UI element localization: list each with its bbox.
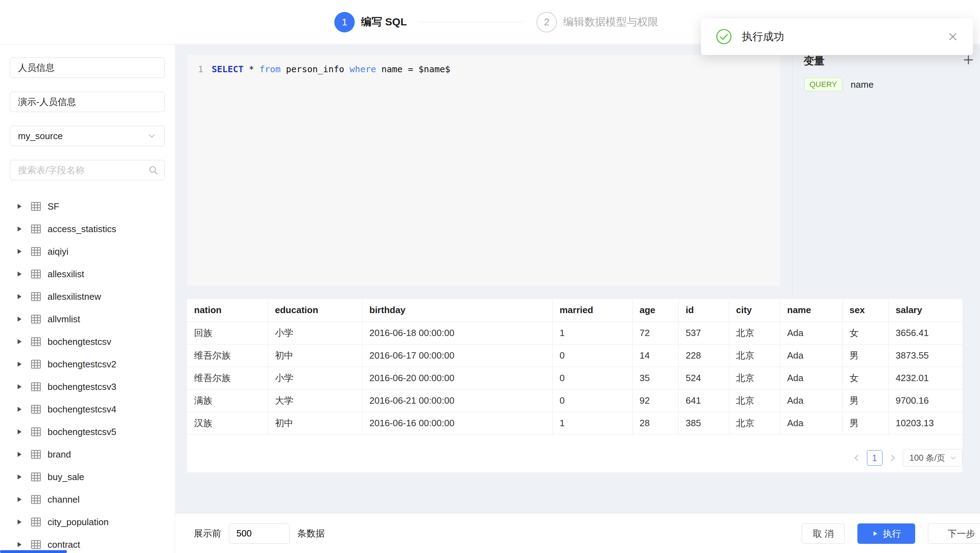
table-cell: 北京 — [729, 389, 780, 412]
next-step-button[interactable]: 下一步 — [928, 523, 980, 544]
table-icon — [30, 539, 42, 551]
column-header: city — [729, 299, 780, 322]
table-cell: 524 — [678, 367, 729, 389]
table-row: 维吾尔族 初中 2016-06-17 00:00:00 0 14 228 北京 … — [187, 344, 963, 367]
row-limit-input[interactable] — [229, 523, 290, 544]
caret-right-icon[interactable] — [18, 249, 21, 254]
table-name: city_population — [48, 517, 108, 528]
table-cell: 小学 — [268, 367, 362, 389]
table-cell: 0 — [552, 367, 632, 389]
table-icon — [30, 246, 42, 257]
footer-bar: 展示前 条数据 取 消 执行 下一步 — [175, 513, 980, 553]
close-icon[interactable] — [948, 31, 958, 42]
caret-right-icon[interactable] — [18, 272, 21, 276]
caret-right-icon[interactable] — [18, 362, 21, 367]
prev-page-icon[interactable] — [852, 453, 861, 462]
caret-right-icon[interactable] — [18, 294, 21, 299]
table-cell: 28 — [632, 412, 678, 434]
results-panel: nation education birthday married age id… — [187, 299, 963, 472]
table-icon — [30, 516, 42, 528]
datasource-select-value: my_source — [18, 131, 63, 141]
results-table: nation education birthday married age id… — [187, 299, 963, 435]
table-cell: 0 — [552, 344, 632, 367]
caret-right-icon[interactable] — [18, 497, 21, 502]
dataset-name-input[interactable] — [10, 57, 165, 78]
table-list-item[interactable]: access_statistics — [10, 218, 165, 240]
execute-button[interactable]: 执行 — [858, 523, 915, 544]
step-write-sql[interactable]: 1 编写 SQL — [334, 12, 407, 32]
table-cell: Ada — [780, 389, 842, 412]
sql-text: name = $name$ — [376, 64, 450, 74]
table-header-row: nation education birthday married age id… — [187, 299, 963, 322]
table-row: 维吾尔族 小学 2016-06-20 00:00:00 0 35 524 北京 … — [187, 367, 963, 389]
sql-text: person_info — [281, 64, 350, 74]
caret-right-icon[interactable] — [18, 317, 21, 322]
table-list-item[interactable]: channel — [10, 488, 165, 511]
table-name: SF — [48, 201, 59, 212]
execute-button-label: 执行 — [883, 528, 901, 540]
caret-right-icon[interactable] — [18, 429, 21, 434]
table-cell: 641 — [678, 389, 729, 412]
sidebar-scrollbar-thumb[interactable] — [0, 550, 67, 553]
table-list-item[interactable]: city_population — [10, 511, 165, 533]
caret-right-icon[interactable] — [18, 204, 21, 209]
table-list-item[interactable]: aiqiyi — [10, 240, 165, 263]
table-cell: 3656.41 — [888, 322, 963, 344]
caret-right-icon[interactable] — [18, 542, 21, 547]
sql-editor[interactable]: 1 SELECT * from person_info where name =… — [187, 55, 780, 286]
table-name: bochengtestcsv5 — [48, 427, 116, 437]
table-list-item[interactable]: allvmlist — [10, 308, 165, 331]
step-edit-model[interactable]: 2 编辑数据模型与权限 — [536, 12, 659, 32]
datasource-select[interactable]: my_source — [10, 126, 165, 146]
table-list-item[interactable]: allesxilist — [10, 263, 165, 285]
table-cell: 小学 — [268, 322, 362, 344]
caret-right-icon[interactable] — [18, 520, 21, 524]
table-name: allvmlist — [48, 314, 80, 325]
table-list-item[interactable]: buy_sale — [10, 466, 165, 488]
variable-name: name — [851, 79, 873, 90]
table-list-item[interactable]: bochengtestcsv2 — [10, 353, 165, 375]
table-icon — [30, 448, 42, 460]
caret-right-icon[interactable] — [18, 226, 21, 231]
main-area: 变量 QUERY name 1 SELECT * from person_inf… — [175, 45, 980, 553]
table-list-item[interactable]: bochengtestcsv5 — [10, 421, 165, 443]
cancel-button[interactable]: 取 消 — [802, 523, 845, 544]
table-cell: 2016-06-20 00:00:00 — [362, 367, 552, 389]
sql-keyword: where — [350, 64, 376, 74]
left-sidebar: my_source SF access_statistics aiqiyi al… — [0, 45, 175, 553]
table-row: 回族 小学 2016-06-18 00:00:00 1 72 537 北京 Ad… — [187, 322, 963, 344]
column-header: id — [678, 299, 729, 322]
caret-right-icon[interactable] — [18, 407, 21, 412]
table-list-item[interactable]: SF — [10, 195, 165, 218]
table-list-item[interactable]: bochengtestcsv3 — [10, 375, 165, 398]
table-icon — [30, 223, 42, 235]
table-cell: 女 — [842, 322, 888, 344]
caret-right-icon[interactable] — [18, 474, 21, 479]
next-page-icon[interactable] — [888, 453, 897, 462]
table-cell: 0 — [552, 389, 632, 412]
table-cell: 35 — [632, 367, 678, 389]
table-list-item[interactable]: brand — [10, 443, 165, 466]
table-list-item[interactable]: bochengtestcsv — [10, 331, 165, 353]
page-size-select[interactable]: 100 条/页 — [903, 449, 963, 467]
table-cell: 初中 — [268, 344, 362, 367]
table-cell: 2016-06-17 00:00:00 — [362, 344, 552, 367]
row-limit-prefix: 展示前 — [194, 527, 221, 540]
table-cell: 537 — [678, 322, 729, 344]
table-list-item[interactable]: allesxilistnew — [10, 285, 165, 308]
table-cell: 10203.13 — [888, 412, 963, 434]
caret-right-icon[interactable] — [18, 339, 21, 344]
current-page-button[interactable]: 1 — [867, 450, 883, 466]
search-input[interactable] — [10, 160, 165, 180]
caret-right-icon[interactable] — [18, 384, 21, 389]
add-variable-icon[interactable] — [963, 54, 974, 66]
caret-right-icon[interactable] — [18, 452, 21, 457]
table-list-item[interactable]: bochengtestcsv4 — [10, 398, 165, 421]
table-row: 满族 大学 2016-06-21 00:00:00 0 92 641 北京 Ad… — [187, 389, 963, 412]
table-cell: 2016-06-21 00:00:00 — [362, 389, 552, 412]
row-limit-suffix: 条数据 — [298, 527, 325, 540]
table-name: buy_sale — [48, 472, 84, 483]
table-icon — [30, 336, 42, 348]
table-cell: 北京 — [729, 367, 780, 389]
dataset-display-name-input[interactable] — [10, 92, 165, 112]
